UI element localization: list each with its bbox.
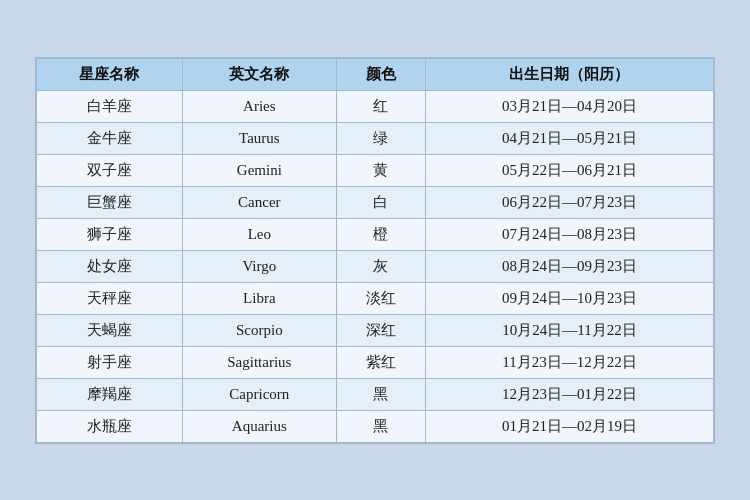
table-row: 狮子座Leo橙07月24日—08月23日	[37, 218, 714, 250]
table-row: 水瓶座Aquarius黑01月21日—02月19日	[37, 410, 714, 442]
table-row: 天秤座Libra淡红09月24日—10月23日	[37, 282, 714, 314]
cell-english: Scorpio	[182, 314, 336, 346]
table-row: 金牛座Taurus绿04月21日—05月21日	[37, 122, 714, 154]
table-row: 巨蟹座Cancer白06月22日—07月23日	[37, 186, 714, 218]
cell-chinese: 天秤座	[37, 282, 183, 314]
cell-chinese: 白羊座	[37, 90, 183, 122]
table-row: 双子座Gemini黄05月22日—06月21日	[37, 154, 714, 186]
cell-chinese: 金牛座	[37, 122, 183, 154]
cell-dates: 03月21日—04月20日	[425, 90, 713, 122]
cell-english: Cancer	[182, 186, 336, 218]
cell-color: 橙	[336, 218, 425, 250]
cell-dates: 04月21日—05月21日	[425, 122, 713, 154]
cell-chinese: 摩羯座	[37, 378, 183, 410]
cell-color: 黄	[336, 154, 425, 186]
cell-color: 红	[336, 90, 425, 122]
cell-dates: 06月22日—07月23日	[425, 186, 713, 218]
cell-english: Leo	[182, 218, 336, 250]
cell-dates: 10月24日—11月22日	[425, 314, 713, 346]
table-body: 白羊座Aries红03月21日—04月20日金牛座Taurus绿04月21日—0…	[37, 90, 714, 442]
cell-color: 绿	[336, 122, 425, 154]
cell-chinese: 狮子座	[37, 218, 183, 250]
cell-english: Gemini	[182, 154, 336, 186]
cell-color: 深红	[336, 314, 425, 346]
cell-dates: 01月21日—02月19日	[425, 410, 713, 442]
cell-chinese: 天蝎座	[37, 314, 183, 346]
cell-color: 淡红	[336, 282, 425, 314]
cell-english: Sagittarius	[182, 346, 336, 378]
cell-english: Capricorn	[182, 378, 336, 410]
cell-color: 紫红	[336, 346, 425, 378]
col-header-english: 英文名称	[182, 58, 336, 90]
table-row: 射手座Sagittarius紫红11月23日—12月22日	[37, 346, 714, 378]
cell-color: 白	[336, 186, 425, 218]
cell-dates: 09月24日—10月23日	[425, 282, 713, 314]
cell-dates: 08月24日—09月23日	[425, 250, 713, 282]
cell-chinese: 处女座	[37, 250, 183, 282]
cell-color: 黑	[336, 410, 425, 442]
cell-english: Libra	[182, 282, 336, 314]
cell-dates: 05月22日—06月21日	[425, 154, 713, 186]
cell-english: Aries	[182, 90, 336, 122]
table-row: 白羊座Aries红03月21日—04月20日	[37, 90, 714, 122]
col-header-dates: 出生日期（阳历）	[425, 58, 713, 90]
cell-color: 黑	[336, 378, 425, 410]
cell-english: Aquarius	[182, 410, 336, 442]
cell-chinese: 双子座	[37, 154, 183, 186]
cell-chinese: 水瓶座	[37, 410, 183, 442]
cell-color: 灰	[336, 250, 425, 282]
zodiac-table-container: 星座名称 英文名称 颜色 出生日期（阳历） 白羊座Aries红03月21日—04…	[35, 57, 715, 444]
table-row: 处女座Virgo灰08月24日—09月23日	[37, 250, 714, 282]
table-row: 摩羯座Capricorn黑12月23日—01月22日	[37, 378, 714, 410]
cell-dates: 12月23日—01月22日	[425, 378, 713, 410]
cell-chinese: 射手座	[37, 346, 183, 378]
table-row: 天蝎座Scorpio深红10月24日—11月22日	[37, 314, 714, 346]
cell-english: Taurus	[182, 122, 336, 154]
table-header-row: 星座名称 英文名称 颜色 出生日期（阳历）	[37, 58, 714, 90]
col-header-color: 颜色	[336, 58, 425, 90]
cell-english: Virgo	[182, 250, 336, 282]
col-header-chinese: 星座名称	[37, 58, 183, 90]
zodiac-table: 星座名称 英文名称 颜色 出生日期（阳历） 白羊座Aries红03月21日—04…	[36, 58, 714, 443]
cell-chinese: 巨蟹座	[37, 186, 183, 218]
cell-dates: 07月24日—08月23日	[425, 218, 713, 250]
cell-dates: 11月23日—12月22日	[425, 346, 713, 378]
